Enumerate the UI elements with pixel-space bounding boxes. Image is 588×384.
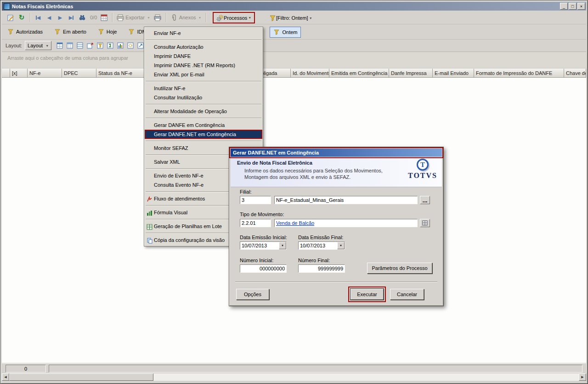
filter-funnel-icon: [7, 28, 14, 35]
filtro-label: [Filtro: Ontem]: [276, 15, 308, 21]
grid-tool-icon-7[interactable]: [116, 41, 125, 50]
column-header-dpec[interactable]: DPEC: [62, 69, 96, 78]
chevron-down-icon: ▼: [198, 16, 202, 19]
opcoes-button[interactable]: Opções: [236, 289, 269, 300]
filter-tab-em-aberto[interactable]: Em aberto: [52, 26, 88, 37]
filter-tab-ontem[interactable]: Ontem: [270, 27, 301, 38]
grid-tool-icon-6[interactable]: [106, 41, 115, 50]
data-emissao-final-combo[interactable]: 10/07/2013 ▼: [298, 241, 345, 250]
totvs-logo: T TOTVS: [408, 158, 437, 180]
data-emissao-inicial-label: Data Emissão Inicial:: [240, 235, 287, 240]
filtro-button[interactable]: [Filtro: Ontem] ▼: [269, 12, 312, 23]
executar-button[interactable]: Executar: [351, 289, 384, 300]
menu-item-gerar-danfe-contingencia[interactable]: Gerar DANFE em Contingência: [145, 120, 262, 130]
filter-tab-hoje[interactable]: Hoje: [96, 26, 119, 37]
print-button[interactable]: [153, 12, 163, 23]
cancelar-button[interactable]: Cancelar: [390, 289, 424, 300]
minimize-button[interactable]: _: [560, 3, 568, 10]
tipo-movimento-name-input[interactable]: [274, 219, 418, 227]
group-by-panel[interactable]: Arraste aqui o cabeçalho de uma coluna p…: [2, 52, 586, 69]
window-titlebar: Notas Fiscais Eletrônicas _ □ ×: [2, 2, 586, 11]
grid-tool-icon-3[interactable]: [75, 41, 85, 50]
numero-inicial-input[interactable]: [240, 264, 287, 273]
search-button[interactable]: [77, 12, 87, 23]
column-header-contingencia[interactable]: Emitida em Contingência: [329, 69, 389, 78]
next-record-button[interactable]: ▶: [55, 12, 65, 23]
anexos-button[interactable]: Anexos ▼: [169, 12, 203, 23]
menu-item-imprimir-danfe-net[interactable]: Imprimir DANFE .NET (RM Reports): [145, 61, 262, 70]
dialog-header: Envio de Nota Fiscal Eletrônica Informe …: [231, 157, 442, 187]
tipo-movimento-lookup-button[interactable]: [420, 219, 430, 227]
first-record-button[interactable]: ◀: [33, 12, 43, 23]
grid-tool-icon-4[interactable]: [85, 41, 95, 50]
layout-dropdown[interactable]: Layout ▼: [25, 41, 51, 50]
grid-tool-icon-5[interactable]: [96, 41, 105, 50]
chevron-down-icon[interactable]: ▼: [337, 242, 345, 249]
toolbar-divider: [112, 13, 113, 22]
copy-pages-icon: [147, 237, 153, 243]
previous-record-button[interactable]: ◀: [44, 12, 54, 23]
filter-funnel-icon: [97, 28, 105, 35]
maximize-button[interactable]: □: [569, 3, 577, 10]
menu-item-alterar-modalidade[interactable]: Alterar Modalidade de Operação: [145, 107, 262, 116]
horizontal-scrollbar[interactable]: ◀ ▶: [2, 373, 586, 381]
totvs-logo-icon: T: [417, 159, 429, 171]
data-emissao-inicial-combo[interactable]: 10/07/2013 ▼: [240, 241, 287, 250]
filter-tab-autorizadas[interactable]: Autorizadas: [6, 26, 44, 37]
menu-item-enviar-nfe[interactable]: Enviar NF-e: [145, 29, 262, 38]
parametros-processo-button[interactable]: Parâmetros do Processo: [367, 263, 432, 274]
tipo-movimento-code-input[interactable]: [240, 219, 271, 227]
toolbar-divider: [206, 13, 207, 22]
filial-name-input[interactable]: [274, 196, 418, 204]
menu-item-imprimir-danfe[interactable]: Imprimir DANFE: [145, 52, 262, 61]
filial-code-input[interactable]: [240, 196, 271, 204]
data-emissao-final-label: Data Emissão Final:: [298, 235, 343, 240]
menu-item-enviar-xml-email[interactable]: Enviar XML por E-mail: [145, 70, 262, 79]
exportar-button[interactable]: Exportar ▼: [115, 12, 152, 23]
row-indicator-header: [2, 69, 10, 78]
column-header-chave[interactable]: Chave de A: [564, 69, 586, 78]
printer-icon: [154, 14, 161, 21]
column-header-selected[interactable]: [x]: [10, 69, 28, 78]
processos-button[interactable]: Processos ▼: [213, 12, 255, 23]
edit-view-button[interactable]: [6, 12, 16, 23]
column-header-formato-impressao[interactable]: Formato de Impressão do DANFE: [474, 69, 564, 78]
last-record-button[interactable]: ▶: [66, 12, 76, 23]
grid-view-button[interactable]: [99, 12, 109, 23]
menu-item-gerar-danfe-net-contingencia[interactable]: Gerar DANFE.NET em Contingência: [145, 130, 262, 139]
column-header-id-movimento[interactable]: Id. do Movimento: [291, 69, 329, 78]
dialog-header-subtitle: Informe os dados necessários para Seleçã…: [244, 168, 383, 173]
menu-item-consultar-autorizacao[interactable]: Consultar Autorização: [145, 42, 262, 52]
column-header-obrigada[interactable]: bligada: [259, 69, 291, 78]
grid-tool-icon-2[interactable]: [65, 41, 74, 50]
scroll-left-button[interactable]: ◀: [2, 373, 9, 381]
record-count-panel: 0: [6, 365, 46, 373]
menu-item-inutilizar-nfe[interactable]: Inutilizar NF-e: [145, 84, 262, 93]
first-record-icon: ◀: [36, 15, 40, 21]
menu-divider: [146, 104, 261, 105]
group-by-hint: Arraste aqui o cabeçalho de uma coluna p…: [7, 55, 128, 61]
last-record-icon: ▶: [69, 15, 74, 21]
scroll-right-button[interactable]: ▶: [579, 373, 586, 381]
chevron-down-icon: ▼: [248, 16, 251, 19]
column-header-email-enviado[interactable]: E-mail Enviado: [433, 69, 474, 78]
gears-icon: [216, 14, 224, 22]
menu-item-consultar-inutilizacao[interactable]: Consultar Inutilização: [145, 93, 262, 102]
chevron-down-icon: ▼: [309, 17, 312, 20]
filter-funnel-icon: [269, 14, 276, 22]
toolbar-divider: [30, 13, 31, 22]
close-button[interactable]: ×: [577, 3, 585, 10]
filial-lookup-button[interactable]: ...: [420, 196, 430, 204]
numero-final-input[interactable]: [298, 264, 345, 273]
column-header-nfe[interactable]: NF-e: [28, 69, 62, 78]
grid-tool-icon-8[interactable]: [126, 41, 135, 50]
grid-column-headers: [x] NF-e DPEC Status da NF-e bligada Id.…: [2, 69, 586, 78]
next-record-icon: ▶: [58, 15, 62, 21]
chevron-down-icon[interactable]: ▼: [279, 242, 286, 249]
scrollbar-thumb[interactable]: [9, 373, 153, 381]
grid-tool-icon-1[interactable]: [55, 41, 64, 50]
menu-divider: [146, 81, 261, 82]
gerar-danfe-net-dialog: Gerar DANFE.NET em Contingência Envio de…: [229, 147, 444, 306]
column-header-danfe-impressa[interactable]: Danfe Impressa: [389, 69, 433, 78]
refresh-button[interactable]: ↻: [17, 12, 27, 23]
